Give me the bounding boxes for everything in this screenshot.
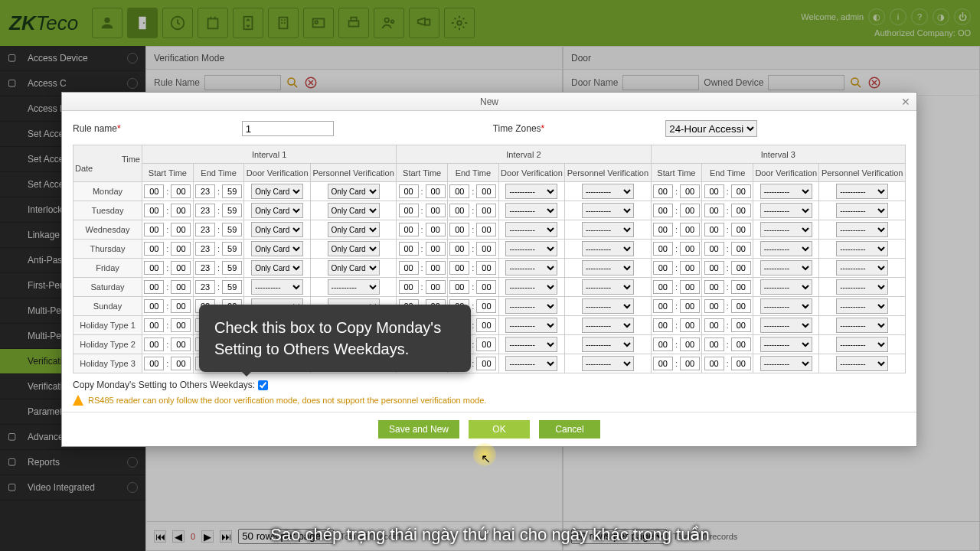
start-hour[interactable] xyxy=(653,242,673,256)
pers-verif-select[interactable]: ---------- xyxy=(836,203,888,218)
end-min[interactable] xyxy=(476,299,496,313)
start-hour[interactable] xyxy=(653,299,673,313)
door-verif-select[interactable]: ---------- xyxy=(505,298,557,314)
start-hour[interactable] xyxy=(144,184,164,198)
cancel-button[interactable]: Cancel xyxy=(539,420,600,439)
pers-verif-select[interactable]: ---------- xyxy=(836,260,888,276)
door-verif-select[interactable]: ---------- xyxy=(760,279,812,295)
pers-verif-select[interactable]: Only Card xyxy=(328,184,380,199)
start-hour[interactable] xyxy=(144,261,164,275)
end-hour[interactable] xyxy=(704,280,724,294)
end-min[interactable] xyxy=(731,184,751,198)
end-hour[interactable] xyxy=(195,261,215,275)
start-min[interactable] xyxy=(426,223,446,236)
end-hour[interactable] xyxy=(704,223,724,236)
door-verif-select[interactable]: ---------- xyxy=(505,337,557,352)
end-hour[interactable] xyxy=(449,204,469,217)
start-min[interactable] xyxy=(680,184,700,198)
pers-verif-select[interactable]: ---------- xyxy=(582,298,634,314)
start-hour[interactable] xyxy=(653,337,673,351)
end-min[interactable] xyxy=(222,280,242,294)
end-hour[interactable] xyxy=(449,242,469,256)
end-hour[interactable] xyxy=(704,357,724,370)
door-verif-select[interactable]: ---------- xyxy=(760,184,812,199)
end-min[interactable] xyxy=(731,261,751,275)
pers-verif-select[interactable]: ---------- xyxy=(836,318,888,333)
end-hour[interactable] xyxy=(704,261,724,275)
pers-verif-select[interactable]: ---------- xyxy=(582,337,634,352)
start-hour[interactable] xyxy=(144,204,164,217)
pers-verif-select[interactable]: ---------- xyxy=(836,241,888,256)
end-min[interactable] xyxy=(222,184,242,198)
pers-verif-select[interactable]: Only Card xyxy=(328,203,380,218)
pers-verif-select[interactable]: ---------- xyxy=(582,222,634,237)
start-hour[interactable] xyxy=(653,184,673,198)
start-hour[interactable] xyxy=(653,318,673,332)
start-min[interactable] xyxy=(680,223,700,236)
end-hour[interactable] xyxy=(449,280,469,294)
start-min[interactable] xyxy=(171,280,191,294)
start-min[interactable] xyxy=(680,280,700,294)
start-hour[interactable] xyxy=(653,357,673,370)
door-verif-select[interactable]: ---------- xyxy=(505,318,557,333)
pers-verif-select[interactable]: ---------- xyxy=(836,337,888,352)
start-min[interactable] xyxy=(680,318,700,332)
end-hour[interactable] xyxy=(195,280,215,294)
start-min[interactable] xyxy=(680,357,700,370)
door-verif-select[interactable]: Only Card xyxy=(251,222,303,237)
start-hour[interactable] xyxy=(144,318,164,332)
pers-verif-select[interactable]: Only Card xyxy=(328,241,380,256)
end-hour[interactable] xyxy=(704,204,724,217)
end-hour[interactable] xyxy=(704,242,724,256)
start-min[interactable] xyxy=(680,242,700,256)
end-hour[interactable] xyxy=(195,242,215,256)
start-min[interactable] xyxy=(171,337,191,351)
end-min[interactable] xyxy=(731,318,751,332)
start-hour[interactable] xyxy=(399,242,419,256)
start-min[interactable] xyxy=(426,184,446,198)
end-hour[interactable] xyxy=(195,184,215,198)
door-verif-select[interactable]: ---------- xyxy=(760,298,812,314)
door-verif-select[interactable]: ---------- xyxy=(505,241,557,256)
start-min[interactable] xyxy=(171,299,191,313)
end-min[interactable] xyxy=(222,242,242,256)
pers-verif-select[interactable]: ---------- xyxy=(836,222,888,237)
pers-verif-select[interactable]: ---------- xyxy=(836,184,888,199)
end-min[interactable] xyxy=(476,280,496,294)
door-verif-select[interactable]: Only Card xyxy=(251,203,303,218)
pers-verif-select[interactable]: ---------- xyxy=(582,241,634,256)
rule-name-field[interactable] xyxy=(242,121,334,136)
pers-verif-select[interactable]: ---------- xyxy=(836,356,888,371)
pers-verif-select[interactable]: ---------- xyxy=(582,203,634,218)
door-verif-select[interactable]: Only Card xyxy=(251,184,303,199)
pers-verif-select[interactable]: ---------- xyxy=(328,279,380,295)
start-min[interactable] xyxy=(426,280,446,294)
start-hour[interactable] xyxy=(653,223,673,236)
end-min[interactable] xyxy=(731,299,751,313)
end-min[interactable] xyxy=(476,337,496,351)
start-hour[interactable] xyxy=(399,204,419,217)
end-min[interactable] xyxy=(476,261,496,275)
end-min[interactable] xyxy=(731,357,751,370)
door-verif-select[interactable]: ---------- xyxy=(505,184,557,199)
start-hour[interactable] xyxy=(144,337,164,351)
start-hour[interactable] xyxy=(144,223,164,236)
start-hour[interactable] xyxy=(399,184,419,198)
end-min[interactable] xyxy=(731,204,751,217)
door-verif-select[interactable]: ---------- xyxy=(760,241,812,256)
end-hour[interactable] xyxy=(449,223,469,236)
start-min[interactable] xyxy=(171,184,191,198)
end-min[interactable] xyxy=(476,318,496,332)
end-min[interactable] xyxy=(476,242,496,256)
start-hour[interactable] xyxy=(653,280,673,294)
end-min[interactable] xyxy=(731,280,751,294)
time-zones-select[interactable]: 24-Hour Accessible xyxy=(665,120,757,137)
pers-verif-select[interactable]: ---------- xyxy=(836,298,888,314)
door-verif-select[interactable]: ---------- xyxy=(760,318,812,333)
start-min[interactable] xyxy=(680,204,700,217)
door-verif-select[interactable]: ---------- xyxy=(760,337,812,352)
start-hour[interactable] xyxy=(144,242,164,256)
end-hour[interactable] xyxy=(704,299,724,313)
end-min[interactable] xyxy=(222,223,242,236)
start-hour[interactable] xyxy=(399,223,419,236)
